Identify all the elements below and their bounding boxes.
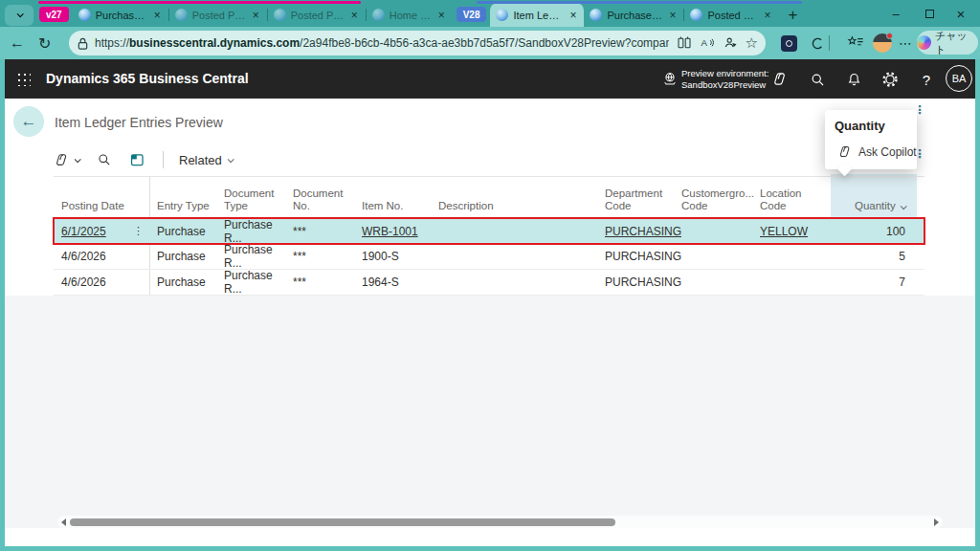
business-central-favicon [78, 9, 91, 21]
department-code-link[interactable]: PURCHASING [605, 225, 681, 238]
tab-search-button[interactable] [5, 5, 33, 26]
table-header-row: Posting Date Entry Type DocumentType Doc… [54, 176, 924, 218]
chevron-down-icon [227, 156, 234, 163]
page-title: Item Ledger Entries Preview [55, 115, 223, 130]
row-menu-icon[interactable]: ⋮ [133, 225, 149, 237]
tab-item-ledger-entries[interactable]: Item Ledger E × [490, 3, 584, 27]
analyze-toolbar-button[interactable] [129, 152, 145, 168]
toolbar-divider [163, 151, 164, 168]
tab-close-icon[interactable]: × [762, 9, 772, 22]
window-minimize-button[interactable]: – [881, 0, 910, 27]
browser-tab-bar: v27 Purchase Invoi × Posted Purcha × Pos… [0, 0, 980, 27]
lock-icon [77, 36, 89, 51]
back-button[interactable]: ← [10, 27, 25, 59]
tab-close-icon[interactable]: × [251, 9, 261, 22]
business-central-favicon [372, 9, 385, 21]
svg-text:A: A [701, 37, 707, 48]
posting-date-link[interactable]: 6/1/2025 [61, 225, 106, 238]
user-avatar[interactable]: BA [946, 65, 972, 92]
tab-purchase-order[interactable]: Purchase Orde × [584, 4, 683, 27]
window-close-button[interactable]: × [947, 0, 975, 27]
table-row[interactable]: 4/6/2026 Purchase Purchase R... *** 1964… [54, 270, 924, 296]
column-header-department-code[interactable]: DepartmentCode [597, 187, 674, 218]
browser-window: v27 Purchase Invoi × Posted Purcha × Pos… [0, 0, 980, 551]
business-central-favicon [496, 9, 508, 21]
tab-purchase-invoice[interactable]: Purchase Invoi × [73, 4, 168, 27]
item-no-link[interactable]: WRB-1001 [362, 225, 418, 238]
tab-close-icon[interactable]: × [349, 9, 360, 22]
related-menu-button[interactable]: Related [179, 153, 233, 167]
horizontal-scrollbar[interactable] [57, 516, 943, 528]
profile-icon[interactable] [723, 35, 738, 51]
maximize-icon [925, 10, 934, 18]
quantity-cell: 100 [831, 225, 917, 238]
scroll-right-arrow[interactable] [934, 518, 939, 526]
read-aloud-icon[interactable]: A [700, 35, 715, 51]
app-header: Dynamics 365 Business Central Preview en… [5, 59, 975, 99]
search-toolbar-button[interactable] [97, 152, 112, 167]
column-header-description[interactable]: Description [431, 200, 597, 218]
extensions-icon[interactable] [808, 33, 827, 53]
tab-group-v28[interactable]: V28 [457, 7, 487, 22]
column-header-location-code[interactable]: Location Code [752, 187, 831, 218]
back-arrow-icon: ← [10, 34, 25, 52]
chevron-down-icon [75, 156, 81, 163]
browser-avatar[interactable] [873, 33, 892, 53]
app-title[interactable]: Dynamics 365 Business Central [46, 71, 249, 86]
column-header-document-type[interactable]: DocumentType [216, 187, 285, 218]
tab-group-v27[interactable]: v27 [39, 7, 69, 22]
grid-toolbar: Related [54, 143, 924, 176]
column-header-quantity[interactable]: Quantity [831, 200, 917, 218]
badge-glyph [786, 40, 792, 47]
settings-gear-icon[interactable] [879, 68, 902, 91]
copilot-toolbar-button[interactable] [54, 152, 79, 168]
new-tab-button[interactable]: + [778, 4, 807, 27]
copilot-chat-button[interactable]: チャット [917, 31, 978, 55]
browser-menu-icon[interactable]: ⋯ [896, 33, 915, 53]
url-text: https://businesscentral.dynamics.com/2a9… [95, 36, 669, 50]
search-icon[interactable] [806, 68, 829, 91]
copilot-header-icon[interactable] [768, 68, 791, 91]
waffle-menu-icon[interactable] [16, 72, 31, 86]
tab-close-icon[interactable]: × [568, 9, 578, 22]
page-back-button[interactable]: ← [13, 106, 44, 137]
tab-group-line-v28 [477, 1, 802, 4]
tab-close-icon[interactable]: × [667, 9, 678, 22]
tab-posted-purchase-1[interactable]: Posted Purcha × [169, 4, 267, 27]
ask-copilot-button[interactable]: Ask Copilot [837, 144, 917, 160]
refresh-button[interactable]: ↻ [38, 27, 51, 59]
quantity-tooltip-popup: Quantity Ask Copilot [825, 110, 917, 169]
back-arrow-icon: ← [21, 112, 37, 131]
help-icon[interactable]: ? [915, 68, 938, 91]
window-maximize-button[interactable] [915, 0, 944, 27]
popup-title: Quantity [835, 119, 885, 133]
business-central-favicon [590, 9, 602, 21]
environment-label[interactable]: Preview environment:SandboxV28Preview [681, 68, 768, 91]
location-code-link[interactable]: YELLOW [760, 225, 808, 238]
favorites-bar-icon[interactable] [846, 33, 865, 53]
tab-close-icon[interactable]: × [436, 9, 447, 22]
favorite-star-icon[interactable]: ☆ [746, 34, 758, 52]
table-row[interactable]: 4/6/2026 Purchase Purchase R... *** 1900… [54, 244, 924, 270]
notification-dot [886, 33, 893, 39]
notifications-bell-icon[interactable] [842, 68, 865, 91]
tab-home-business[interactable]: Home - Busin × [367, 4, 453, 27]
table-row-selected[interactable]: 6/1/2025⋮ Purchase Purchase R... *** WRB… [54, 218, 924, 244]
browser-address-bar: ← ↻ https://businesscentral.dynamics.com… [0, 27, 980, 59]
bottom-strip [5, 528, 975, 546]
split-screen-icon[interactable] [677, 35, 692, 51]
empty-content-area [5, 296, 975, 528]
extension-badge-icon[interactable] [779, 33, 798, 53]
column-header-item-no[interactable]: Item No. [354, 200, 431, 218]
url-field[interactable]: https://businesscentral.dynamics.com/2a9… [69, 31, 766, 55]
tab-posted-purchase-2[interactable]: Posted Purcha × [268, 4, 366, 27]
column-header-document-no[interactable]: DocumentNo. [285, 187, 354, 218]
scroll-left-arrow[interactable] [61, 518, 66, 526]
column-header-posting-date[interactable]: Posting Date [54, 200, 149, 218]
column-header-customergroup-code[interactable]: Customergro...Code [674, 187, 752, 218]
tab-close-icon[interactable]: × [152, 9, 163, 22]
column-header-entry-type[interactable]: Entry Type [149, 200, 216, 218]
tab-posted-purchase-3[interactable]: Posted Purcha × [684, 4, 778, 27]
business-central-favicon [274, 9, 286, 21]
scrollbar-thumb[interactable] [70, 518, 615, 526]
